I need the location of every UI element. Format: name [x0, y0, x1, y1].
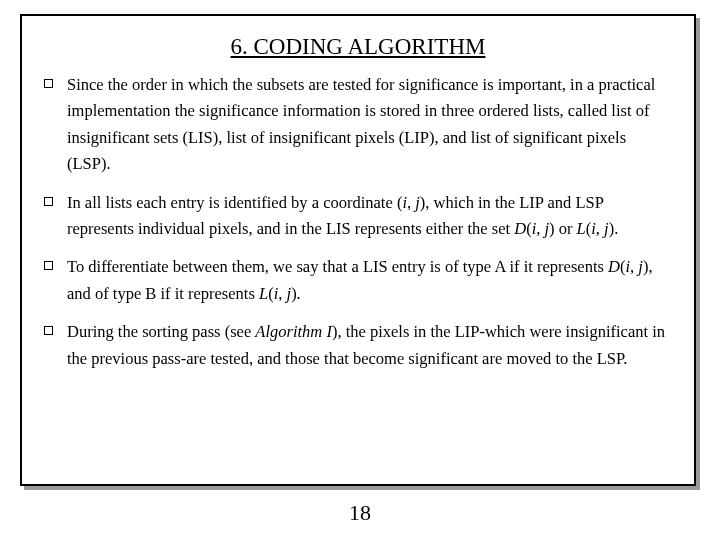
bullet-text: Since the order in which the subsets are… [67, 72, 672, 178]
algorithm-ref: Algorithm I [255, 322, 332, 341]
var-D: D [608, 257, 620, 276]
bullet-text: During the sorting pass (see Algorithm I… [67, 319, 672, 372]
text-run: In all lists each entry is identified by… [67, 193, 402, 212]
bullet-marker-icon [44, 326, 53, 335]
bullet-marker-icon [44, 197, 53, 206]
slide-frame: 6. CODING ALGORITHM Since the order in w… [20, 14, 696, 486]
bullet-marker-icon [44, 261, 53, 270]
var-D: D [514, 219, 526, 238]
var-L: L [577, 219, 586, 238]
text-run: During the sorting pass (see [67, 322, 255, 341]
bullet-item: Since the order in which the subsets are… [44, 72, 672, 178]
page-number: 18 [0, 500, 720, 526]
bullet-item: To differentiate between them, we say th… [44, 254, 672, 307]
text-run: , [278, 284, 286, 303]
text-run: ). [609, 219, 619, 238]
text-run: , [596, 219, 604, 238]
bullet-item: During the sorting pass (see Algorithm I… [44, 319, 672, 372]
slide-title: 6. CODING ALGORITHM [44, 34, 672, 60]
text-run: , [407, 193, 415, 212]
bullet-item: In all lists each entry is identified by… [44, 190, 672, 243]
bullet-text: To differentiate between them, we say th… [67, 254, 672, 307]
var-L: L [259, 284, 268, 303]
text-run: ). [291, 284, 301, 303]
bullet-text: In all lists each entry is identified by… [67, 190, 672, 243]
bullet-list: Since the order in which the subsets are… [44, 72, 672, 372]
text-run: To differentiate between them, we say th… [67, 257, 608, 276]
bullet-marker-icon [44, 79, 53, 88]
text-run: ) or [549, 219, 577, 238]
